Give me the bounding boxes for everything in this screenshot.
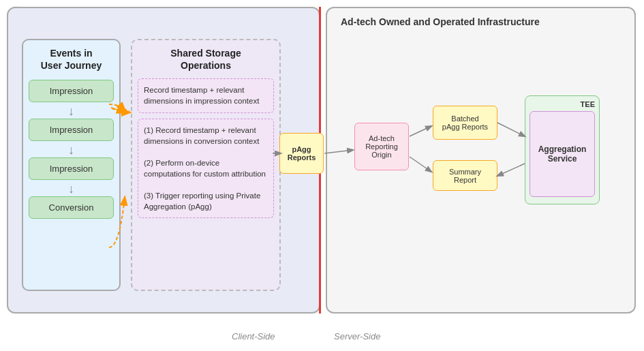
op-conversion-text: (1) Record timestamp + relevant dimensio… bbox=[144, 126, 266, 211]
summary-label: SummaryReport bbox=[449, 168, 481, 184]
aggregation-service-box: AggregationService bbox=[530, 111, 595, 197]
server-side-label: Server-Side bbox=[334, 331, 380, 341]
op-impression: Record timestamp + relevant dimensions i… bbox=[138, 78, 274, 112]
event-impression-3: Impression bbox=[29, 157, 114, 180]
adtech-label: Ad-techReportingOrigin bbox=[365, 134, 398, 159]
adtech-reporting-box: Ad-techReportingOrigin bbox=[354, 123, 409, 170]
tee-label: TEE bbox=[530, 100, 595, 108]
event-impression-1: Impression bbox=[29, 80, 114, 102]
arrow-down-2: ↓ bbox=[29, 144, 114, 156]
main-container: Chrome Events inUser Journey Impression … bbox=[0, 0, 644, 351]
batched-pagg-box: BatchedpAgg Reports bbox=[433, 106, 497, 140]
agg-service-label: AggregationService bbox=[538, 144, 587, 164]
client-box: Events inUser Journey Impression ↓ Impre… bbox=[7, 7, 320, 314]
event-impression-2: Impression bbox=[29, 119, 114, 141]
tee-box: TEE AggregationService bbox=[525, 95, 600, 204]
server-box-title: Ad-tech Owned and Operated Infrastructur… bbox=[341, 16, 540, 27]
events-title: Events inUser Journey bbox=[29, 47, 114, 72]
summary-report-box: SummaryReport bbox=[433, 160, 497, 191]
arrow-down-1: ↓ bbox=[29, 105, 114, 117]
op-conversion: (1) Record timestamp + relevant dimensio… bbox=[138, 119, 274, 219]
pagg-reports-box: pAggReports bbox=[279, 133, 324, 174]
shared-storage-box: Shared StorageOperations Record timestam… bbox=[131, 39, 281, 291]
event-conversion: Conversion bbox=[29, 196, 114, 219]
batched-label: BatchedpAgg Reports bbox=[442, 115, 488, 131]
pagg-label: pAggReports bbox=[288, 145, 316, 162]
client-side-label: Client-Side bbox=[232, 331, 275, 341]
events-box: Events inUser Journey Impression ↓ Impre… bbox=[22, 39, 121, 291]
shared-title: Shared StorageOperations bbox=[138, 47, 274, 72]
arrow-down-3: ↓ bbox=[29, 183, 114, 195]
